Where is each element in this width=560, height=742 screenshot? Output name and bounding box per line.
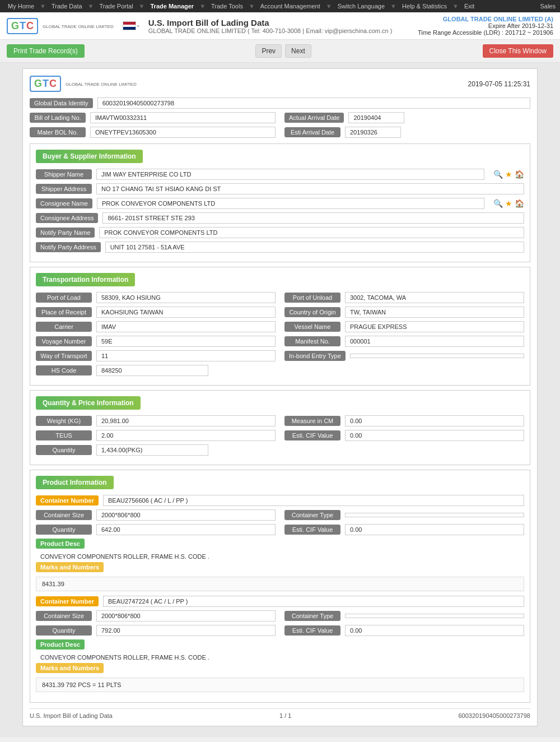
weight-label: Weight (KG) [36,416,92,426]
manifest-label: Manifest No. [284,336,340,346]
card-footer-id: 600320190405000273798 [459,712,530,719]
shipper-name-label: Shipper Name [36,169,92,179]
weight-measure-row: Weight (KG) 20,981.00 Measure in CM 0.00 [36,415,524,426]
origin-value: TW, TAIWAN [345,307,524,318]
container-2-size-row: Container Size 2000*806*800 Container Ty… [36,610,524,622]
container-1-product-desc-value: CONVEYOR COMPONENTS ROLLER, FRAME H.S. C… [36,551,524,562]
manifest-value: 000001 [345,336,524,347]
buyer-supplier-section: Buyer & Supplier Information Shipper Nam… [30,143,530,262]
nav-trade-manager[interactable]: Trade Manager [147,3,197,10]
nav-sales: Sales [540,3,556,10]
nav-help-statistics[interactable]: Help & Statistics [399,3,450,10]
hs-code-value: 848250 [96,365,208,376]
teus-label: TEUS [36,430,92,440]
nav-trade-tools[interactable]: Trade Tools [208,3,246,10]
receipt-pair: Place of Receipt KAOHSIUNG TAIWAN [36,307,276,318]
card-footer-page: 1 / 1 [279,712,291,719]
prev-button-top[interactable]: Prev [255,44,282,58]
shipper-search-icon[interactable]: 🔍 [493,170,503,179]
nav-switch-language[interactable]: Switch Language [334,3,388,10]
bol-row: Bill of Lading No. IMAVTW00332311 Actual… [30,112,530,123]
container-2-marks-label: Marks and Numbers [36,663,104,673]
next-button-top[interactable]: Next [285,44,311,58]
bol-pair: Bill of Lading No. IMAVTW00332311 [30,112,276,123]
shipper-address-row: Shipper Address NO 17 CHANG TAI ST HSIAO… [36,183,524,194]
port-load-pair: Port of Load 58309, KAO HSIUNG [36,292,276,303]
inbond-label: In-bond Entry Type [284,351,346,361]
notify-party-name-label: Notify Party Name [36,228,95,238]
global-identity-value: 600320190405000273798 [97,98,530,109]
print-records-button-top[interactable]: Print Trade Record(s) [7,44,85,58]
nav-account-management[interactable]: Account Management [257,3,324,10]
page-title: U.S. Import Bill of Lading Data [148,18,418,27]
transportation-section: Transportation Information Port of Load … [30,267,530,386]
measure-value: 0.00 [345,415,524,426]
quantity-value: 1,434.00(PKG) [96,444,208,456]
card-logo: G T C GLOBAL TRADE ONLINE LIMITED [30,76,137,92]
master-bol-value: ONEYTPEV13605300 [90,127,276,138]
container-2-type-value [345,614,524,618]
card-footer-label: U.S. Import Bill of Lading Data [30,712,113,719]
nav-exit[interactable]: Exit [461,3,478,10]
container-2-number-badge: Container Number [36,596,99,606]
port-load-value: 58309, KAO HSIUNG [96,292,276,303]
nav-trade-data[interactable]: Trade Data [48,3,86,10]
container-2-size-label: Container Size [36,611,92,621]
shipper-name-row: Shipper Name JIM WAY ENTERPRISE CO LTD 🔍… [36,169,524,180]
nav-trade-portal[interactable]: Trade Portal [96,3,136,10]
port-unload-pair: Port of Unload 3002, TACOMA, WA [284,292,524,303]
consignee-home-icon[interactable]: 🏠 [515,199,524,208]
esti-cif-value: 0.00 [345,430,524,441]
flag-separator: - [137,22,139,30]
notify-party-name-value: PROK CONVEYOR COMPONENTS LTD [99,227,524,238]
global-identity-row: Global Data Identity 6003201904050002737… [30,98,530,109]
container-1-product-desc-label: Product Desc [36,539,85,549]
consignee-search-icon[interactable]: 🔍 [493,199,503,208]
vessel-pair: Vessel Name PRAGUE EXPRESS [284,321,524,332]
vessel-label: Vessel Name [284,322,340,332]
container-2-marks-badge: Marks and Numbers [36,663,524,675]
logo-g: G [11,20,19,32]
logo-c: C [26,20,34,32]
container-1-size-pair: Container Size 2000*806*800 [36,509,276,521]
inbond-pair: In-bond Entry Type [284,351,524,361]
gtc-logo: G T C GLOBAL TRADE ONLINE LIMITED [7,18,114,34]
vessel-value: PRAGUE EXPRESS [345,321,524,332]
container-2-type-label: Container Type [284,611,340,621]
logo-t: T [20,20,26,32]
actual-arrival-value: 20190404 [348,112,404,123]
transportation-header: Transportation Information [36,273,135,286]
nav-my-home[interactable]: My Home [4,3,38,10]
expire-date: Expire After 2019-12-31 [418,22,553,29]
esti-cif-label: Esti. CIF Value [284,430,340,440]
actual-arrival-label: Actual Arrival Date [284,113,344,123]
container-1-number-value: BEAU2756606 ( AC / L / PP ) [103,495,524,506]
bol-value: IMAVTW00332311 [90,112,276,123]
bol-label: Bill of Lading No. [30,113,86,123]
close-button-top[interactable]: Close This Window [483,44,553,58]
consignee-star-icon[interactable]: ★ [505,199,512,208]
container-2-qty-value: 792.00 [96,625,276,636]
shipper-star-icon[interactable]: ★ [505,170,512,179]
shipper-home-icon[interactable]: 🏠 [515,170,524,179]
container-2-product-desc-value: CONVEYOR COMPONENTS ROLLER, FRAME H.S. C… [36,652,524,663]
quantity-price-section: Quantity & Price Information Weight (KG)… [30,390,530,465]
hs-code-row: HS Code 848250 [36,365,524,376]
container-1-type-label: Container Type [284,510,340,520]
record-date: 2019-07-05 11:25:31 [468,80,530,88]
shipper-name-value: JIM WAY ENTERPRISE CO LTD [96,169,484,180]
consignee-address-label: Consignee Address [36,213,98,223]
card-logo-c: C [49,78,57,90]
card-footer: U.S. Import Bill of Lading Data 1 / 1 60… [30,708,530,719]
product-info-header: Product Information [36,476,114,489]
consignee-name-label: Consignee Name [36,198,92,208]
measure-label: Measure in CM [284,416,340,426]
voyage-manifest-row: Voyage Number 59E Manifest No. 000001 [36,336,524,347]
voyage-label: Voyage Number [36,336,92,346]
container-1-product-desc-badge: Product Desc [36,539,524,551]
logo-subtitle: GLOBAL TRADE ONLINE LIMITED [43,24,114,29]
esti-arrival-value: 20190326 [345,127,401,138]
container-1-size-value: 2000*806*800 [96,509,276,521]
notify-party-address-label: Notify Party Address [36,242,101,252]
actual-arrival-pair: Actual Arrival Date 20190404 [284,112,530,123]
